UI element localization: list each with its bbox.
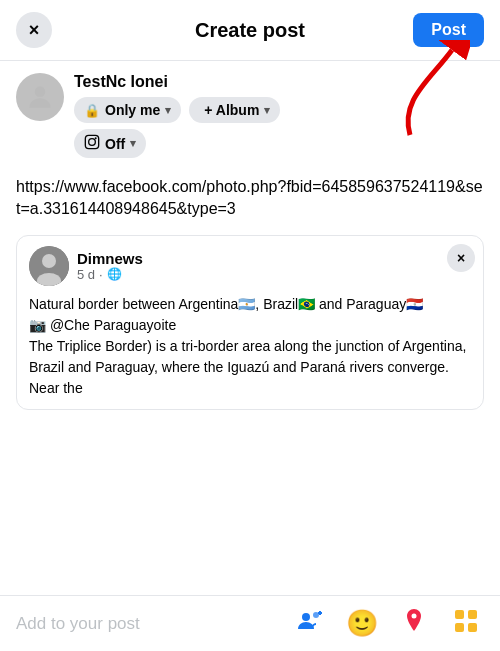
instagram-label: Off bbox=[105, 136, 125, 152]
svg-rect-2 bbox=[85, 135, 98, 148]
chevron-down-icon-2: ▾ bbox=[264, 104, 270, 117]
embed-meta: Dimnews 5 d · 🌐 bbox=[77, 250, 143, 282]
privacy-button[interactable]: 🔒 Only me ▾ bbox=[74, 97, 181, 123]
chevron-down-icon-3: ▾ bbox=[130, 137, 136, 150]
embed-text-content: Natural border between Argentina🇦🇷, Braz… bbox=[29, 296, 466, 396]
privacy-label: Only me bbox=[105, 102, 160, 118]
album-button[interactable]: + Album ▾ bbox=[189, 97, 280, 123]
album-label: + Album bbox=[204, 102, 259, 118]
globe-icon: 🌐 bbox=[107, 267, 122, 281]
lock-icon: 🔒 bbox=[84, 103, 100, 118]
embed-close-icon: × bbox=[457, 250, 465, 266]
embed-card: Dimnews 5 d · 🌐 × Natural border between… bbox=[16, 235, 484, 410]
header: × Create post Post bbox=[0, 0, 500, 61]
avatar bbox=[16, 73, 64, 121]
svg-point-3 bbox=[89, 139, 96, 146]
dot-separator: · bbox=[99, 267, 103, 282]
bottom-icons: 🙂 bbox=[292, 606, 484, 642]
post-button[interactable]: Post bbox=[413, 13, 484, 47]
emoji-icon: 🙂 bbox=[346, 608, 378, 639]
add-to-post-label: Add to your post bbox=[16, 614, 292, 634]
embed-author: Dimnews bbox=[77, 250, 143, 267]
chevron-down-icon: ▾ bbox=[165, 104, 171, 117]
embed-card-header: Dimnews 5 d · 🌐 × bbox=[17, 236, 483, 290]
people-icon bbox=[296, 607, 324, 641]
location-button[interactable] bbox=[396, 606, 432, 642]
embed-avatar-image bbox=[29, 246, 69, 286]
controls-row-1: 🔒 Only me ▾ + Album ▾ bbox=[74, 97, 280, 123]
page-title: Create post bbox=[195, 19, 305, 42]
controls-row-2: Off ▾ bbox=[74, 129, 280, 158]
avatar-icon bbox=[24, 81, 56, 113]
emoji-button[interactable]: 🙂 bbox=[344, 606, 380, 642]
embed-avatar bbox=[29, 246, 69, 286]
embed-time-row: 5 d · 🌐 bbox=[77, 267, 143, 282]
activity-button[interactable] bbox=[448, 606, 484, 642]
svg-point-6 bbox=[42, 254, 56, 268]
svg-point-1 bbox=[35, 86, 46, 97]
url-content: https://www.facebook.com/photo.php?fbid=… bbox=[0, 166, 500, 229]
instagram-icon bbox=[84, 134, 100, 153]
instagram-button[interactable]: Off ▾ bbox=[74, 129, 146, 158]
close-button[interactable]: × bbox=[16, 12, 52, 48]
close-icon: × bbox=[29, 20, 40, 41]
embed-time: 5 d bbox=[77, 267, 95, 282]
grid-icon bbox=[453, 608, 479, 640]
user-section: TestNc Ionei 🔒 Only me ▾ + Album ▾ bbox=[0, 61, 500, 166]
embed-avatar-icon bbox=[29, 246, 69, 286]
embed-close-button[interactable]: × bbox=[447, 244, 475, 272]
svg-point-8 bbox=[302, 613, 310, 621]
embed-text: Natural border between Argentina🇦🇷, Braz… bbox=[17, 290, 483, 409]
svg-point-12 bbox=[412, 613, 417, 618]
svg-rect-14 bbox=[468, 610, 477, 619]
svg-rect-13 bbox=[455, 610, 464, 619]
bottom-bar: Add to your post 🙂 bbox=[0, 595, 500, 651]
location-icon bbox=[401, 607, 427, 641]
svg-point-4 bbox=[95, 137, 97, 139]
svg-rect-15 bbox=[455, 623, 464, 632]
user-controls: TestNc Ionei 🔒 Only me ▾ + Album ▾ bbox=[74, 73, 280, 158]
tag-people-button[interactable] bbox=[292, 606, 328, 642]
svg-rect-16 bbox=[468, 623, 477, 632]
user-name: TestNc Ionei bbox=[74, 73, 280, 91]
